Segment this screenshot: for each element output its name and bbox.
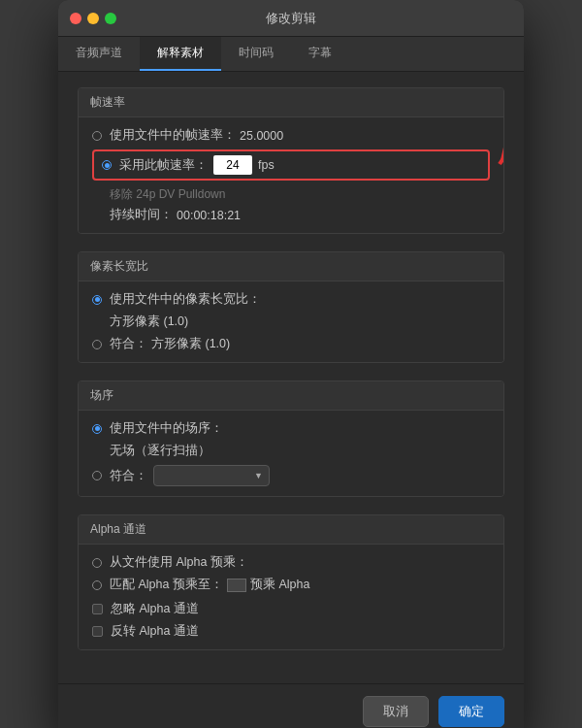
fps-unit: fps [258, 158, 275, 172]
alpha-body: 从文件使用 Alpha 预乘： 匹配 Alpha 预乘至： 预乘 Alpha 忽… [79, 545, 503, 649]
duration-row: 持续时间： 00:00:18:21 [110, 207, 490, 223]
alpha-header: Alpha 通道 [79, 515, 503, 545]
conform-par-label: 符合： [110, 336, 147, 352]
maximize-button[interactable] [105, 13, 116, 24]
field-order-select[interactable] [153, 465, 270, 486]
alpha-invert-checkbox[interactable] [92, 626, 103, 637]
field-order-header: 场序 [79, 381, 503, 411]
conform-par-value: 方形像素 (1.0) [151, 336, 230, 352]
pixel-aspect-section: 像素长宽比 使用文件中的像素长宽比： 方形像素 (1.0) 符合： 方形像素 (… [78, 251, 504, 363]
file-fps-radio[interactable] [92, 131, 102, 141]
adopt-fps-label: 采用此帧速率： [119, 157, 208, 174]
minimize-button[interactable] [87, 13, 99, 24]
alpha-match-row: 匹配 Alpha 预乘至： 预乘 Alpha [92, 577, 490, 593]
file-par-value-row: 方形像素 (1.0) [110, 314, 490, 330]
ok-button[interactable]: 确定 [438, 696, 504, 727]
alpha-invert-row: 反转 Alpha 通道 [92, 623, 490, 640]
remove-pulldown-row: 移除 24p DV Pulldown [110, 186, 490, 203]
conform-field-label: 符合： [110, 468, 147, 484]
cancel-button[interactable]: 取消 [363, 696, 429, 727]
alpha-ignore-row: 忽略 Alpha 通道 [92, 601, 490, 617]
alpha-match-radio[interactable] [92, 580, 102, 590]
duration-value: 00:00:18:21 [177, 209, 241, 222]
alpha-from-file-row: 从文件使用 Alpha 预乘： [92, 554, 490, 571]
main-window: 修改剪辑 音频声道 解释素材 时间码 字幕 帧速率 使用文件中的帧速率： 25.… [58, 0, 524, 728]
alpha-premultiply-input [227, 579, 246, 592]
conform-field-row: 符合： [92, 465, 490, 486]
adopt-fps-radio[interactable] [102, 160, 112, 170]
pixel-aspect-body: 使用文件中的像素长宽比： 方形像素 (1.0) 符合： 方形像素 (1.0) [79, 281, 503, 362]
file-par-label: 使用文件中的像素长宽比： [110, 291, 261, 308]
duration-label: 持续时间： [110, 207, 173, 223]
titlebar: 修改剪辑 [58, 0, 524, 37]
file-par-row: 使用文件中的像素长宽比： [92, 291, 490, 308]
content-area: 帧速率 使用文件中的帧速率： 25.0000 采用此帧速率： fps [58, 72, 524, 683]
alpha-from-file-label: 从文件使用 Alpha 预乘： [110, 554, 248, 571]
alpha-premultiply-label: 预乘 Alpha [250, 577, 309, 593]
tab-audio[interactable]: 音频声道 [58, 37, 140, 71]
alpha-match-label: 匹配 Alpha 预乘至： [110, 577, 223, 593]
conform-field-radio[interactable] [92, 471, 102, 480]
file-par-radio[interactable] [92, 295, 102, 305]
alpha-ignore-checkbox[interactable] [92, 604, 103, 614]
window-title: 修改剪辑 [266, 10, 316, 27]
fps-input[interactable] [213, 155, 252, 175]
file-field-radio[interactable] [92, 424, 102, 434]
conform-par-radio[interactable] [92, 340, 102, 349]
alpha-from-file-radio[interactable] [92, 558, 102, 568]
alpha-section: Alpha 通道 从文件使用 Alpha 预乘： 匹配 Alpha 预乘至： 预… [78, 514, 504, 650]
tab-timecode[interactable]: 时间码 [221, 37, 291, 71]
file-fps-label: 使用文件中的帧速率： [110, 127, 236, 144]
conform-par-row: 符合： 方形像素 (1.0) [92, 336, 490, 352]
field-order-select-wrapper [153, 465, 270, 486]
framerate-body: 使用文件中的帧速率： 25.0000 采用此帧速率： fps [79, 117, 503, 233]
framerate-section: 帧速率 使用文件中的帧速率： 25.0000 采用此帧速率： fps [78, 87, 504, 234]
file-fps-value: 25.0000 [240, 129, 283, 143]
file-par-value: 方形像素 (1.0) [110, 314, 188, 330]
field-order-body: 使用文件中的场序： 无场（逐行扫描） 符合： [79, 411, 503, 496]
tab-interpret[interactable]: 解释素材 [140, 37, 221, 71]
alpha-ignore-label: 忽略 Alpha 通道 [111, 601, 199, 617]
pixel-aspect-header: 像素长宽比 [79, 252, 503, 281]
alpha-invert-label: 反转 Alpha 通道 [111, 623, 199, 640]
file-field-label: 使用文件中的场序： [110, 420, 223, 437]
footer: 取消 确定 [58, 683, 524, 728]
tab-bar: 音频声道 解释素材 时间码 字幕 [58, 37, 524, 72]
framerate-header: 帧速率 [79, 88, 503, 117]
tab-subtitle[interactable]: 字幕 [291, 37, 349, 71]
file-field-row: 使用文件中的场序： [92, 420, 490, 437]
file-field-value: 无场（逐行扫描） [110, 443, 210, 459]
field-order-section: 场序 使用文件中的场序： 无场（逐行扫描） 符合： [78, 381, 504, 497]
close-button[interactable] [70, 13, 81, 24]
file-field-value-row: 无场（逐行扫描） [110, 443, 490, 459]
file-fps-row: 使用文件中的帧速率： 25.0000 [92, 127, 490, 144]
adopt-fps-container: 采用此帧速率： fps [92, 149, 490, 181]
remove-pulldown-label: 移除 24p DV Pulldown [110, 186, 225, 203]
adopt-fps-row: 采用此帧速率： fps [92, 149, 490, 181]
traffic-lights [70, 13, 116, 24]
